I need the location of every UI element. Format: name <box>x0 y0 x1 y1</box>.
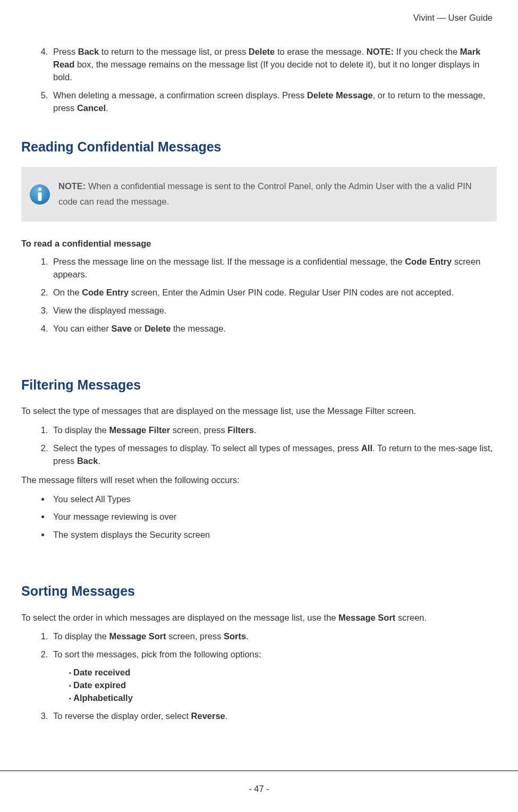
note-text: NOTE: When a confidential message is sen… <box>58 179 486 210</box>
heading-filtering: Filtering Messages <box>21 375 497 394</box>
reset-intro: The message filters will reset when the … <box>21 474 497 487</box>
heading-reading-confidential: Reading Confidential Messages <box>21 137 497 156</box>
note-box: NOTE: When a confidential message is sen… <box>21 167 497 222</box>
list-item: When deleting a message, a confirmation … <box>50 89 497 115</box>
page-number: - 47 - <box>0 783 518 809</box>
list-item: Select the types of messages to display.… <box>50 442 497 468</box>
list-item: To reverse the display order, select Rev… <box>50 710 497 723</box>
page-container: Vivint — User Guide Press Back to return… <box>0 0 518 723</box>
sort-options: Date received Date expired Alphabeticall… <box>53 666 497 705</box>
list-item: The system displays the Security screen <box>50 529 497 542</box>
footer-rule <box>0 771 518 771</box>
info-icon <box>29 184 50 209</box>
reset-bullet-list: You select All Types Your message review… <box>21 493 497 542</box>
svg-rect-2 <box>38 192 42 201</box>
continued-list: Press Back to return to the message list… <box>21 46 497 115</box>
list-item: On the Code Entry screen, Enter the Admi… <box>50 286 497 299</box>
sort-option: Date expired <box>69 679 497 692</box>
list-item: To sort the messages, pick from the foll… <box>50 648 497 705</box>
sort-option: Date received <box>69 666 497 679</box>
subhead-read-confidential: To read a confidential message <box>21 238 497 250</box>
sorting-steps-list: To display the Message Sort screen, pres… <box>21 630 497 723</box>
header-title: Vivint — User Guide <box>21 12 497 24</box>
list-item: You can either Save or Delete the messag… <box>50 323 497 335</box>
list-item: To display the Message Sort screen, pres… <box>50 630 497 643</box>
heading-sorting: Sorting Messages <box>21 581 497 600</box>
list-item: You select All Types <box>50 493 497 506</box>
svg-point-1 <box>38 188 41 191</box>
list-item: To display the Message Filter screen, pr… <box>50 424 497 437</box>
filtering-steps-list: To display the Message Filter screen, pr… <box>21 424 497 468</box>
sort-option: Alphabetically <box>69 692 497 705</box>
list-item: Press the message line on the message li… <box>50 256 497 281</box>
sorting-intro: To select the order in which messages ar… <box>21 612 497 624</box>
content-area: Press Back to return to the message list… <box>21 46 497 723</box>
list-item: View the displayed message. <box>50 304 497 317</box>
list-item: Your message reviewing is over <box>50 511 497 523</box>
reading-steps-list: Press the message line on the message li… <box>21 256 497 335</box>
list-item: Press Back to return to the message list… <box>50 46 497 84</box>
filtering-intro: To select the type of messages that are … <box>21 405 497 418</box>
